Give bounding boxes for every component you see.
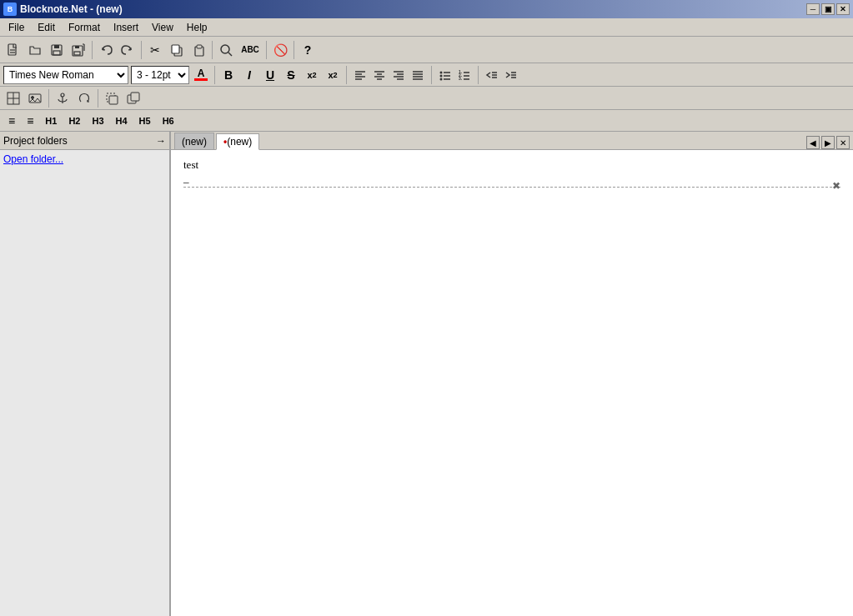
save-button[interactable]	[47, 40, 67, 60]
rotate-icon	[78, 92, 91, 105]
indent-left-button[interactable]: ≡	[3, 113, 20, 129]
separator-obj-1	[48, 89, 49, 108]
tab-controls: ◀ ▶ ✕	[806, 136, 853, 149]
separator-3	[212, 41, 213, 59]
close-button[interactable]: ✕	[836, 3, 850, 15]
numbered-list-icon: 1. 2. 3.	[458, 68, 471, 82]
strikethrough-button[interactable]: S	[282, 66, 300, 84]
editor-line-1: test	[183, 158, 840, 172]
tab-bar: (new) • (new) ◀ ▶ ✕	[171, 132, 853, 150]
h3-button[interactable]: H3	[87, 114, 108, 128]
svg-point-34	[440, 74, 443, 77]
underline-button[interactable]: U	[261, 66, 279, 84]
h2-button[interactable]: H2	[63, 114, 85, 128]
redo-icon	[121, 43, 134, 57]
separator-5	[294, 41, 294, 59]
zoom-button[interactable]	[216, 40, 236, 60]
tab-next-button[interactable]: ▶	[821, 136, 835, 149]
obj-btn-6[interactable]	[123, 88, 143, 108]
save-all-button[interactable]	[68, 40, 88, 60]
help-button[interactable]: ?	[298, 40, 318, 60]
indent-out-button[interactable]	[483, 66, 501, 84]
indent-right-button[interactable]: ≡	[22, 113, 38, 129]
undo-button[interactable]	[96, 40, 116, 60]
bold-button[interactable]: B	[219, 66, 238, 84]
bullet-list-button[interactable]	[436, 66, 454, 84]
italic-button[interactable]: I	[240, 66, 258, 84]
save-all-icon	[72, 43, 85, 57]
superscript-button[interactable]: x2	[303, 66, 321, 84]
svg-point-56	[61, 93, 64, 97]
new-button[interactable]	[3, 40, 23, 60]
align-left-button[interactable]	[351, 66, 369, 84]
paste-icon	[192, 43, 205, 57]
indent-in-button[interactable]	[502, 66, 520, 84]
cut-button[interactable]: ✂	[145, 40, 165, 60]
open-folder-link[interactable]: Open folder...	[3, 153, 63, 165]
menu-view[interactable]: View	[145, 20, 180, 35]
tab-prev-button[interactable]: ◀	[806, 136, 820, 149]
restore-button[interactable]: ▣	[821, 3, 835, 15]
page-break-icon: ✖	[832, 180, 840, 192]
align-group	[351, 66, 427, 84]
svg-point-55	[32, 96, 34, 98]
menu-insert[interactable]: Insert	[107, 20, 145, 35]
copy-button[interactable]	[167, 40, 187, 60]
menu-edit[interactable]: Edit	[31, 20, 62, 35]
tab-2-label: (new)	[227, 136, 252, 148]
sidebar-arrow[interactable]: →	[156, 135, 166, 147]
obj-btn-4[interactable]	[74, 88, 94, 108]
h4-button[interactable]: H4	[111, 114, 133, 128]
app-icon: B	[3, 3, 17, 16]
object-toolbar	[0, 87, 853, 110]
obj-btn-5[interactable]	[102, 88, 122, 108]
align-center-button[interactable]	[370, 66, 389, 84]
editor-content[interactable]: test _ ✖	[171, 150, 853, 616]
tab-close-button[interactable]: ✕	[836, 136, 850, 149]
h1-button[interactable]: H1	[40, 114, 62, 128]
align-right-button[interactable]	[389, 66, 408, 84]
tab-2[interactable]: • (new)	[216, 133, 259, 150]
separator-fmt-4	[478, 66, 479, 84]
menu-help[interactable]: Help	[180, 20, 214, 35]
editor-text[interactable]: test _	[183, 158, 840, 185]
numbered-list-button[interactable]: 1. 2. 3.	[455, 66, 474, 84]
select-icon	[105, 92, 118, 105]
align-center-icon	[373, 68, 386, 82]
zoom-icon	[219, 43, 233, 57]
svg-text:3.: 3.	[459, 76, 463, 81]
open-button[interactable]	[25, 40, 45, 60]
subscript-button[interactable]: x2	[324, 66, 342, 84]
open-icon	[28, 43, 42, 57]
undo-icon	[99, 43, 113, 57]
obj-btn-2[interactable]	[25, 88, 45, 108]
sidebar: Project folders → Open folder...	[0, 132, 171, 616]
menu-format[interactable]: Format	[62, 20, 107, 35]
spellcheck-button[interactable]: ABC	[238, 40, 263, 60]
h6-button[interactable]: H6	[158, 114, 179, 128]
redo-button[interactable]	[118, 40, 138, 60]
svg-rect-14	[197, 45, 202, 48]
font-color-button[interactable]: A	[192, 66, 210, 84]
svg-rect-12	[172, 45, 179, 53]
font-selector[interactable]: Times New Roman	[3, 66, 128, 84]
minimize-button[interactable]: ─	[806, 3, 820, 15]
h5-button[interactable]: H5	[134, 114, 156, 128]
menu-bar: File Edit Format Insert View Help	[0, 18, 853, 37]
sidebar-title: Project folders	[3, 135, 68, 147]
page-break-line	[183, 187, 840, 188]
size-selector[interactable]: 3 - 12pt	[131, 66, 189, 84]
sidebar-content: Open folder...	[0, 150, 169, 616]
svg-point-15	[221, 45, 229, 53]
align-justify-button[interactable]	[409, 66, 427, 84]
clear-format-button[interactable]: 🚫	[270, 40, 290, 60]
align-left-icon	[354, 68, 367, 82]
separator-fmt-2	[346, 66, 347, 84]
window-title: Blocknote.Net - (new)	[20, 3, 123, 15]
menu-file[interactable]: File	[2, 20, 31, 35]
obj-btn-3[interactable]	[53, 88, 73, 108]
obj-btn-1[interactable]	[3, 88, 23, 108]
tab-1[interactable]: (new)	[174, 133, 214, 149]
paste-button[interactable]	[188, 40, 208, 60]
new-icon	[7, 43, 20, 57]
